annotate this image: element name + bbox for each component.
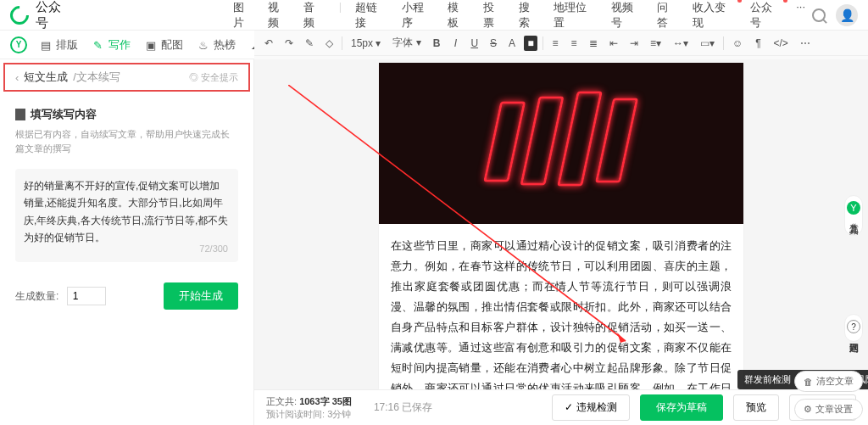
article-body[interactable]: 在这些节日里，商家可以通过精心设计的促销文案，吸引消费者的注意力。例如，在春节这… <box>379 224 743 389</box>
underline-button[interactable]: U <box>467 36 481 51</box>
menu-link[interactable]: 超链接 <box>355 0 388 31</box>
align-center-icon[interactable]: ≡ <box>567 36 581 51</box>
menu-miniprogram[interactable]: 小程序 <box>402 0 435 31</box>
code-icon[interactable]: </> <box>770 36 791 51</box>
continue-panel: 填写续写内容 根据已有内容，自动续写文章，帮助用户快速完成长篇文章的撰写 好的销… <box>0 95 253 322</box>
font-size-select[interactable]: 15px ▾ <box>348 36 384 51</box>
continue-input[interactable]: 好的销量离不开好的宣传,促销文案可以增加销量,还能提升知名度。大部分节日,比如周… <box>15 169 238 262</box>
menu-more[interactable]: ··· <box>796 0 805 31</box>
menu-video[interactable]: 视频 <box>268 0 290 31</box>
help-icon: ? <box>847 320 860 333</box>
tab-image[interactable]: ▣配图 <box>146 37 183 53</box>
italic-button[interactable]: I <box>448 36 462 51</box>
top-right: 👤 <box>812 4 858 26</box>
right-rail-help[interactable]: ? 遇到问题 <box>844 314 863 342</box>
image-icon: ▣ <box>146 39 158 51</box>
main: ‹ 短文生成 /文本续写 ◎ 安全提示 填写续写内容 根据已有内容，自动续写文章… <box>0 59 868 425</box>
menu-search[interactable]: 搜索 <box>519 0 541 31</box>
breadcrumb: ‹ 短文生成 /文本续写 ◎ 安全提示 <box>3 63 250 92</box>
align-justify-icon[interactable]: ≣ <box>586 36 601 51</box>
mode-tabbar: Y ▤排版 ✎写作 ▣配图 ♨热榜 ☁工具 ↶ ↷ ✎ ◇ 15px ▾ 字体 … <box>0 31 868 59</box>
menu-account[interactable]: 公众号 <box>750 0 783 31</box>
tab-layout[interactable]: ▤排版 <box>41 37 78 53</box>
undo-icon[interactable]: ↶ <box>261 36 276 51</box>
clear-format-icon[interactable]: ◇ <box>322 36 337 51</box>
indent-dec-icon[interactable]: ⇤ <box>606 36 621 51</box>
menu-income[interactable]: 收入变现 <box>693 0 736 31</box>
more-tools-icon[interactable]: ⋯ <box>797 36 814 51</box>
brand-title: 公众号 <box>36 0 74 31</box>
menu-template[interactable]: 模板 <box>448 0 470 31</box>
strike-button[interactable]: S <box>487 36 500 51</box>
mode-icon[interactable]: Y <box>10 36 27 53</box>
article-canvas[interactable]: 在这些节日里，商家可以通过精心设计的促销文案，吸引消费者的注意力。例如，在春节这… <box>379 63 743 389</box>
save-time: 17:16 已保存 <box>374 400 432 415</box>
top-bar: 公众号 图片 视频 音频 | 超链接 小程序 模板 投票 搜索 地理位置 视频号… <box>0 0 868 31</box>
toolbox-icon: Y <box>847 201 860 215</box>
article-settings-button[interactable]: ⚙ 文章设置 <box>794 399 863 420</box>
layout-icon: ▤ <box>41 39 53 51</box>
safety-tip[interactable]: ◎ 安全提示 <box>189 71 238 84</box>
indent-inc-icon[interactable]: ⇥ <box>626 36 642 51</box>
document-icon <box>15 109 25 120</box>
avatar[interactable]: 👤 <box>836 4 858 26</box>
margin-icon[interactable]: ▭▾ <box>697 36 718 51</box>
tab-write[interactable]: ✎写作 <box>93 37 131 53</box>
crumb-parent[interactable]: 短文生成 <box>24 70 68 85</box>
wechat-logo-icon <box>6 2 32 28</box>
special-char-icon[interactable]: ¶ <box>751 36 765 51</box>
article-image <box>379 63 743 224</box>
char-count: 72/300 <box>199 241 228 257</box>
bold-button[interactable]: B <box>430 36 444 51</box>
generate-row: 生成数量: 开始生成 <box>15 282 238 310</box>
search-icon[interactable] <box>812 8 826 22</box>
tab-trending[interactable]: ♨热榜 <box>198 37 236 53</box>
save-draft-button[interactable]: 保存为草稿 <box>640 394 723 421</box>
menu-channels[interactable]: 视频号 <box>611 0 644 31</box>
editor-footer: 正文共: 1063字 35图 预计阅读时间: 3分钟 17:16 已保存 ✓ 违… <box>254 389 868 425</box>
line-height-icon[interactable]: ≡▾ <box>647 36 665 51</box>
sidebar: ‹ 短文生成 /文本续写 ◎ 安全提示 填写续写内容 根据已有内容，自动续写文章… <box>0 59 254 425</box>
collapse-icon[interactable]: « <box>851 220 856 230</box>
font-color-button[interactable]: A <box>505 36 519 51</box>
emoji-icon[interactable]: ☺ <box>729 36 746 51</box>
bottom-right-actions: 🗑 清空文章 ⚙ 文章设置 <box>794 371 863 420</box>
clear-article-button[interactable]: 🗑 清空文章 <box>794 371 863 392</box>
right-rail-toolbox[interactable]: Y 工具箱 « <box>844 195 863 236</box>
menu-audio[interactable]: 音频 <box>303 0 326 31</box>
panel-desc: 根据已有内容，自动续写文章，帮助用户快速完成长篇文章的撰写 <box>15 127 238 155</box>
format-brush-icon[interactable]: ✎ <box>302 36 317 51</box>
panel-title: 填写续写内容 <box>15 107 238 122</box>
write-icon: ✎ <box>93 39 105 51</box>
menu-poll[interactable]: 投票 <box>483 0 505 31</box>
trending-icon: ♨ <box>198 39 210 51</box>
highlight-button[interactable]: ■ <box>524 36 537 51</box>
mode-tabs: ▤排版 ✎写作 ▣配图 ♨热榜 ☁工具 <box>41 37 288 53</box>
redo-icon[interactable]: ↷ <box>281 36 297 51</box>
menu-location[interactable]: 地理位置 <box>554 0 597 31</box>
violation-check-button[interactable]: ✓ 违规检测 <box>552 394 629 421</box>
menu-qa[interactable]: 问答 <box>657 0 679 31</box>
top-menu: 图片 视频 音频 | 超链接 小程序 模板 投票 搜索 地理位置 视频号 问答 … <box>233 0 805 31</box>
menu-image[interactable]: 图片 <box>233 0 255 31</box>
editor-area: 在这些节日里，商家可以通过精心设计的促销文案，吸引消费者的注意力。例如，在春节这… <box>254 59 868 425</box>
word-stats: 正文共: 1063字 35图 预计阅读时间: 3分钟 <box>266 395 352 420</box>
generate-button[interactable]: 开始生成 <box>164 282 238 310</box>
gen-count-label: 生成数量: <box>15 290 58 302</box>
preview-button[interactable]: 预览 <box>733 394 779 421</box>
editor-toolbar: ↶ ↷ ✎ ◇ 15px ▾ 字体 ▾ B I U S A ■ ≡ ≡ ≣ ⇤ … <box>254 31 868 56</box>
letter-spacing-icon[interactable]: ↔▾ <box>670 36 692 51</box>
crumb-current: /文本续写 <box>73 70 120 85</box>
back-chevron-icon[interactable]: ‹ <box>15 71 19 84</box>
font-family-select[interactable]: 字体 ▾ <box>389 34 424 52</box>
align-left-icon[interactable]: ≡ <box>548 36 562 51</box>
gen-count-input[interactable] <box>67 287 106 305</box>
